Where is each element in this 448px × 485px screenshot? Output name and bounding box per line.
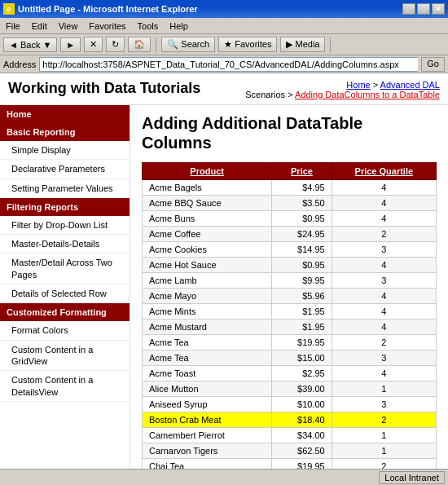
table-row[interactable]: Camembert Pierrot$34.001: [143, 428, 437, 443]
cell-price: $0.95: [272, 211, 332, 227]
sidebar-item-format-colors[interactable]: Format Colors: [0, 321, 130, 340]
sidebar-section-filtering-reports[interactable]: Filtering Reports: [0, 198, 130, 216]
menu-view[interactable]: View: [56, 20, 81, 32]
table-row[interactable]: Carnarvon Tigers$62.501: [143, 443, 437, 459]
window-icon: e: [3, 3, 15, 15]
table-row[interactable]: Alice Mutton$39.001: [143, 381, 437, 397]
refresh-button[interactable]: ↻: [106, 37, 125, 52]
stop-button[interactable]: ✕: [84, 37, 103, 52]
toolbar: ◄ Back ▼ ► ✕ ↻ 🏠 🔍 Search ★ Favorites ▶ …: [0, 34, 448, 55]
table-row[interactable]: Aniseed Syrup$10.003: [143, 397, 437, 412]
data-table: Product Price Price Quartile Acme Bagels…: [142, 162, 437, 469]
cell-product: Camembert Pierrot: [143, 428, 272, 443]
sidebar-item-custom-detailsview[interactable]: Custom Content in a DetailsView: [0, 371, 130, 402]
sidebar-section-home[interactable]: Home: [0, 105, 130, 123]
addressbar: Address Go: [0, 55, 448, 73]
page-title: Working with Data Tutorials: [8, 80, 200, 97]
sidebar-item-simple-display[interactable]: Simple Display: [0, 141, 130, 160]
table-row[interactable]: Acme Coffee$24.952: [143, 227, 437, 242]
minimize-button[interactable]: _: [402, 3, 415, 15]
cell-quartile: 3: [332, 397, 436, 412]
cell-quartile: 4: [332, 304, 436, 320]
col-product[interactable]: Product: [143, 163, 272, 180]
address-input[interactable]: [39, 57, 418, 72]
sidebar-item-custom-gridview[interactable]: Custom Content in a GridView: [0, 341, 130, 372]
cell-quartile: 2: [332, 459, 436, 470]
cell-product: Acme Lamb: [143, 273, 272, 289]
menu-tools[interactable]: Tools: [135, 20, 161, 32]
cell-price: $3.50: [272, 196, 332, 211]
maximize-button[interactable]: □: [417, 3, 430, 15]
table-row[interactable]: Boston Crab Meat$18.402: [143, 412, 437, 428]
table-row[interactable]: Acme Buns$0.954: [143, 211, 437, 227]
sidebar-section-customized-formatting[interactable]: Customized Formatting: [0, 303, 130, 321]
sidebar-item-master-detail-two-pages[interactable]: Master/Detail Across Two Pages: [0, 254, 130, 284]
cell-product: Carnarvon Tigers: [143, 443, 272, 459]
col-quartile[interactable]: Price Quartile: [332, 163, 436, 180]
table-row[interactable]: Acme Cookies$14.953: [143, 242, 437, 258]
table-row[interactable]: Acme BBQ Sauce$3.504: [143, 196, 437, 211]
table-row[interactable]: Acme Toast$2.954: [143, 366, 437, 381]
breadcrumb-home[interactable]: Home: [346, 80, 370, 90]
menubar: File Edit View Favorites Tools Help: [0, 18, 448, 34]
menu-help[interactable]: Help: [167, 20, 191, 32]
cell-price: $39.00: [272, 381, 332, 397]
cell-price: $1.95: [272, 304, 332, 320]
cell-product: Acme BBQ Sauce: [143, 196, 272, 211]
table-row[interactable]: Acme Hot Sauce$0.954: [143, 258, 437, 273]
cell-quartile: 1: [332, 428, 436, 443]
favorites-button[interactable]: ★ Favorites: [218, 37, 277, 52]
go-button[interactable]: Go: [421, 57, 445, 72]
breadcrumb-current: Adding DataColumns to a DataTable: [295, 90, 440, 99]
cell-quartile: 1: [332, 381, 436, 397]
menu-file[interactable]: File: [3, 20, 23, 32]
page-content: Working with Data Tutorials Home > Advan…: [0, 73, 448, 469]
search-button[interactable]: 🔍 Search: [161, 37, 215, 52]
table-row[interactable]: Acme Tea$19.952: [143, 335, 437, 351]
cell-product: Aniseed Syrup: [143, 397, 272, 412]
table-row[interactable]: Acme Tea$15.003: [143, 351, 437, 366]
breadcrumb-section[interactable]: Advanced DAL: [380, 80, 440, 90]
cell-product: Chai Tea: [143, 459, 272, 470]
table-row[interactable]: Acme Mints$1.954: [143, 304, 437, 320]
menu-favorites[interactable]: Favorites: [86, 20, 128, 32]
content-title: Adding Additional DataTable Columns: [142, 113, 437, 152]
cell-product: Alice Mutton: [143, 381, 272, 397]
window-controls[interactable]: _ □ ✕: [402, 3, 445, 15]
sidebar-section-basic-reporting[interactable]: Basic Reporting: [0, 123, 130, 141]
cell-quartile: 3: [332, 273, 436, 289]
cell-price: $14.95: [272, 242, 332, 258]
cell-product: Acme Tea: [143, 351, 272, 366]
cell-product: Acme Toast: [143, 366, 272, 381]
cell-product: Acme Bagels: [143, 180, 272, 196]
sidebar-item-setting-parameter-values[interactable]: Setting Parameter Values: [0, 179, 130, 198]
sidebar-item-master-details[interactable]: Master-Details-Details: [0, 235, 130, 254]
back-button[interactable]: ◄ Back ▼: [3, 37, 57, 52]
cell-price: $0.95: [272, 258, 332, 273]
home-button[interactable]: 🏠: [128, 37, 151, 52]
cell-quartile: 2: [332, 335, 436, 351]
main-layout: Home Basic Reporting Simple Display Decl…: [0, 105, 448, 469]
sidebar-item-details-selected-row[interactable]: Details of Selected Row: [0, 284, 130, 303]
close-button[interactable]: ✕: [432, 3, 445, 15]
cell-quartile: 3: [332, 242, 436, 258]
cell-price: $19.95: [272, 459, 332, 470]
media-button[interactable]: ▶ Media: [280, 37, 325, 52]
col-price[interactable]: Price: [272, 163, 332, 180]
table-row[interactable]: Acme Mustard$1.954: [143, 320, 437, 335]
table-row[interactable]: Acme Mayo$5.964: [143, 289, 437, 304]
forward-button[interactable]: ►: [60, 37, 81, 52]
table-row[interactable]: Acme Bagels$4.954: [143, 180, 437, 196]
window-titlebar: e Untitled Page - Microsoft Internet Exp…: [0, 0, 448, 18]
menu-edit[interactable]: Edit: [29, 20, 50, 32]
cell-price: $5.96: [272, 289, 332, 304]
table-row[interactable]: Acme Lamb$9.953: [143, 273, 437, 289]
sidebar-item-filter-dropdown[interactable]: Filter by Drop-Down List: [0, 216, 130, 235]
cell-price: $1.95: [272, 320, 332, 335]
cell-price: $19.95: [272, 335, 332, 351]
cell-quartile: 4: [332, 320, 436, 335]
cell-product: Acme Hot Sauce: [143, 258, 272, 273]
cell-price: $9.95: [272, 273, 332, 289]
table-row[interactable]: Chai Tea$19.952: [143, 459, 437, 470]
sidebar-item-declarative-parameters[interactable]: Declarative Parameters: [0, 160, 130, 179]
